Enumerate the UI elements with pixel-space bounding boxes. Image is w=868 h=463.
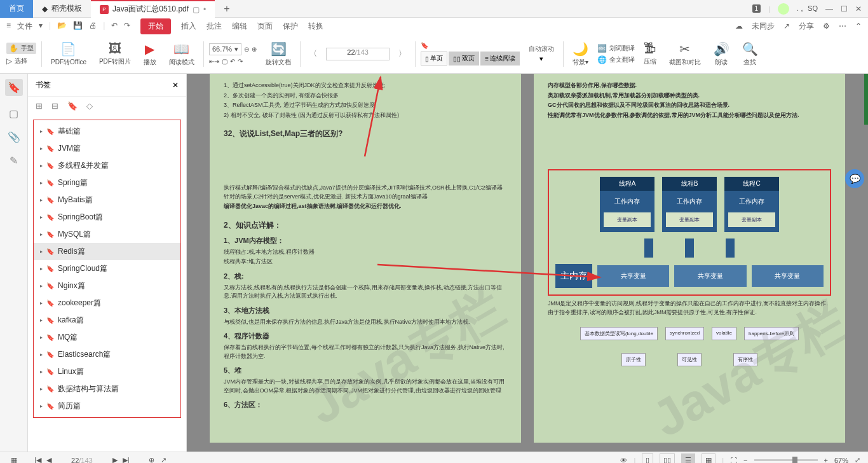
find-tool[interactable]: 🔍查找 [738,41,762,67]
bookmark-nav-icon[interactable]: 🔖 [67,101,78,111]
assistant-float-button[interactable]: 💬 [845,169,864,188]
zoom-value[interactable]: 67% [834,457,848,464]
fit-width-icon[interactable]: ⇤⇥ [209,58,219,65]
zoom-dropdown[interactable]: 66.7%▾ [209,43,241,55]
document-viewport[interactable]: 1、通过setAccessible(true)关闭JDK的安全检查来提升反射速度… [187,74,868,452]
status-page-input[interactable]: 22/143 [57,457,107,464]
view-continuous[interactable]: ☰ [681,453,695,463]
pdf-to-image[interactable]: 🖼PDF转图片 [95,41,135,66]
bookmark-item[interactable]: ▸🔖Redis篇 [34,243,180,260]
tab-active-file[interactable]: P Java面试汇总0510.pdf ▢ • [91,0,215,18]
bookmark-item[interactable]: ▸🔖基础篇 [34,123,180,140]
gear-icon[interactable]: ⚙ [823,22,830,31]
next-page[interactable]: 〉 [395,48,410,59]
bookmark-item[interactable]: ▸🔖多线程&并发篇 [34,157,180,174]
rotate-right-icon[interactable]: ↷ [238,58,243,65]
print-icon[interactable]: 🖨 [89,21,97,32]
scrollbar-thumb[interactable] [864,74,868,125]
next-page-status[interactable]: ▶ [112,456,118,463]
bookmark-item[interactable]: ▸🔖MQ篇 [34,329,180,346]
bookmark-item[interactable]: ▸🔖数据结构与算法篇 [34,380,180,397]
zoom-out-icon[interactable]: ⊖ [244,46,249,53]
bookmark-item[interactable]: ▸🔖Spring篇 [34,174,180,191]
bookmark-item[interactable]: ▸🔖SpringCloud篇 [34,260,180,277]
tab-add[interactable]: + [215,0,238,18]
auto-scroll[interactable]: 自动滚动▾ [525,45,558,63]
fullscreen-icon[interactable]: ⤢ [855,456,860,463]
select-tool[interactable]: ▷选择 [6,57,36,66]
zoom-in-icon[interactable]: ⊕ [252,46,257,53]
first-page-icon[interactable]: |◀ [34,456,41,463]
continuous-view[interactable]: ≡连续阅读 [480,52,520,66]
bookmark-item[interactable]: ▸🔖SpringBoot篇 [34,209,180,226]
fit-page-icon[interactable]: ▢ [222,58,227,65]
bookmark-item[interactable]: ▸🔖MyBatis篇 [34,191,180,209]
file-menu[interactable]: 文件 [17,21,32,32]
menu-annotate[interactable]: 批注 [207,21,222,32]
compress-tool[interactable]: 🗜压缩 [640,41,660,66]
redo-icon[interactable]: ↷ [124,21,130,32]
save-icon[interactable]: 💾 [73,21,83,32]
eye-icon[interactable]: 👁 [620,457,627,464]
share-button[interactable]: 分享 [799,21,814,32]
hamburger-icon[interactable]: ≡ [6,21,11,32]
prev-page-status[interactable]: ◀ [46,456,51,463]
thumbnails-icon[interactable]: ▢ [9,107,18,120]
menu-page[interactable]: 页面 [257,21,273,32]
more-icon[interactable]: ⋯ [839,22,846,31]
avatar[interactable] [778,3,789,15]
play-button[interactable]: ▶播放 [140,41,160,67]
notification-badge[interactable]: 1 [752,4,761,13]
pdf-to-office[interactable]: 📄PDF转Office [47,41,90,67]
single-page-view[interactable]: ▯单页 [421,52,447,66]
collapse-icon[interactable]: ⌃ [855,22,862,31]
export-icon[interactable]: ↗ [161,456,166,463]
undo-icon[interactable]: ↶ [111,21,118,32]
last-page-icon[interactable]: ▶| [123,456,130,463]
menu-insert[interactable]: 插入 [181,21,196,32]
grid-icon[interactable]: ▦ [11,456,17,463]
menu-convert[interactable]: 转换 [308,21,323,32]
menu-protect[interactable]: 保护 [283,21,298,32]
add-bookmark-icon[interactable]: ⊞ [36,101,43,111]
bookmark-item[interactable]: ▸🔖zookeeper篇 [34,294,180,312]
zoom-out-status[interactable]: − [743,457,747,464]
background-tool[interactable]: 🌙背景▾ [569,41,592,67]
bookmark-item[interactable]: ▸🔖简历篇 [34,397,180,415]
view-grid[interactable]: ▦ [702,453,715,463]
remove-bookmark-icon[interactable]: ⊟ [51,101,58,111]
attachment-icon[interactable]: 📎 [8,131,20,143]
rotate-doc[interactable]: 🔄旋转文档 [262,41,295,67]
fit-icon[interactable]: ⛶ [730,457,737,464]
menu-edit[interactable]: 编辑 [232,21,247,32]
word-translate[interactable]: 🔤划词翻译 [597,44,635,53]
view-double[interactable]: ▯▯ [660,453,675,463]
bookmark-item[interactable]: ▸🔖MySQL篇 [34,226,180,243]
close-button[interactable]: ✕ [855,4,862,13]
sync-status[interactable]: 未同步 [752,21,775,32]
open-icon[interactable]: 📂 [57,21,67,32]
tab-template[interactable]: ◆稻壳模板 [33,0,91,18]
maximize-button[interactable]: ☐ [841,4,848,13]
double-page-view[interactable]: ▯▯双页 [449,52,479,66]
prev-page[interactable]: 〈 [306,48,321,59]
minimize-button[interactable]: — [825,4,833,13]
bookmark-item[interactable]: ▸🔖JVM篇 [34,140,180,157]
tab-home[interactable]: 首页 [0,0,33,18]
bookmark-item[interactable]: ▸🔖Nginx篇 [34,277,180,294]
bookmark-item[interactable]: ▸🔖Linux篇 [34,363,180,380]
full-translate[interactable]: 🌐全文翻译 [597,55,635,64]
zoom-in-status[interactable]: + [824,457,828,464]
bookmarks-icon[interactable]: 🔖 [5,79,23,96]
hand-tool[interactable]: ✋手型 [6,43,36,54]
view-single[interactable]: ▯ [642,453,653,463]
bookmark-icon[interactable]: 🔖 [421,42,428,49]
outline-icon[interactable]: ✎ [10,155,18,167]
tab-screen-icon[interactable]: ▢ [193,5,200,14]
bookmark-outline-icon[interactable]: ◇ [86,101,93,111]
bookmark-item[interactable]: ▸🔖Elasticsearch篇 [34,346,180,363]
crop-compare[interactable]: ✂截图和对比 [665,41,705,67]
zoom-slider[interactable] [754,459,818,461]
read-aloud[interactable]: 🔊朗读 [710,41,733,67]
bookmark-item[interactable]: ▸🔖kafka篇 [34,312,180,329]
